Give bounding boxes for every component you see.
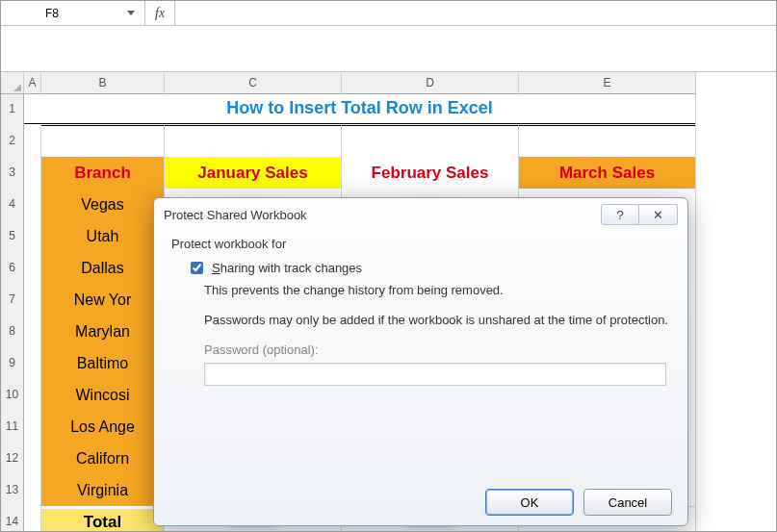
- password-input: [204, 363, 666, 386]
- row-header[interactable]: 13: [1, 474, 24, 507]
- cell[interactable]: [24, 347, 41, 380]
- branch-cell[interactable]: Wincosi: [41, 379, 165, 412]
- fx-icon[interactable]: fx: [155, 6, 165, 21]
- cell[interactable]: [24, 189, 41, 221]
- dialog-body: Protect workbook for Sharing with track …: [154, 231, 687, 479]
- formula-input[interactable]: [175, 1, 776, 25]
- cell[interactable]: [24, 157, 41, 190]
- header-branch[interactable]: Branch: [41, 157, 165, 190]
- cell[interactable]: [24, 443, 41, 475]
- branch-cell[interactable]: Virginia: [41, 474, 165, 507]
- cell[interactable]: [342, 125, 519, 158]
- col-header-B[interactable]: B: [41, 72, 165, 94]
- row-2: 2: [1, 125, 776, 157]
- select-all-corner[interactable]: [1, 72, 24, 94]
- row-1: 1 How to Insert Total Row in Excel: [1, 93, 776, 125]
- dialog-footer: OK Cancel: [154, 479, 687, 525]
- cell[interactable]: [24, 220, 41, 253]
- dialog-description-1: This prevents the change history from be…: [204, 283, 670, 299]
- row-header[interactable]: 12: [1, 443, 24, 475]
- ribbon-gap: [1, 26, 776, 72]
- row-header[interactable]: 4: [1, 189, 24, 221]
- row-header[interactable]: 1: [1, 93, 24, 126]
- row-header[interactable]: 8: [1, 316, 24, 348]
- protect-shared-workbook-dialog: Protect Shared Workbook ? ✕ Protect work…: [153, 197, 688, 526]
- branch-cell[interactable]: Dallas: [41, 252, 165, 285]
- cell[interactable]: [41, 125, 165, 158]
- row-header[interactable]: 5: [1, 220, 24, 253]
- row-header[interactable]: 11: [1, 411, 24, 443]
- col-header-A[interactable]: A: [24, 72, 41, 94]
- help-icon: ?: [616, 208, 623, 222]
- name-box-wrap[interactable]: F8: [1, 1, 145, 25]
- row-header[interactable]: 7: [1, 284, 24, 317]
- sharing-checkbox-label[interactable]: Sharing with track changes: [212, 261, 362, 275]
- cell[interactable]: [24, 284, 41, 317]
- cell[interactable]: [519, 125, 696, 158]
- col-header-D[interactable]: D: [342, 72, 519, 94]
- column-headers: A B C D E: [1, 72, 776, 93]
- cell[interactable]: [24, 411, 41, 443]
- row-header[interactable]: 10: [1, 379, 24, 412]
- row-header[interactable]: 6: [1, 252, 24, 285]
- col-header-C[interactable]: C: [165, 72, 342, 94]
- branch-cell[interactable]: Marylan: [41, 316, 165, 348]
- ok-button[interactable]: OK: [485, 489, 574, 516]
- branch-cell[interactable]: New Yor: [41, 284, 165, 317]
- cell[interactable]: [24, 316, 41, 348]
- dialog-titlebar[interactable]: Protect Shared Workbook ? ✕: [154, 198, 687, 231]
- header-march[interactable]: March Sales: [519, 157, 696, 190]
- row-3-headers: 3 Branch January Sales February Sales Ma…: [1, 157, 776, 189]
- total-label-cell[interactable]: Total: [41, 506, 165, 532]
- help-button[interactable]: ?: [601, 204, 639, 225]
- password-label: Password (optional):: [204, 342, 670, 357]
- branch-cell[interactable]: Utah: [41, 220, 165, 253]
- cell[interactable]: [24, 506, 41, 532]
- name-box-dropdown-icon[interactable]: [127, 11, 135, 15]
- fx-area: fx: [145, 1, 175, 25]
- cell[interactable]: [24, 474, 41, 507]
- row-header[interactable]: 9: [1, 347, 24, 380]
- sharing-checkbox[interactable]: [191, 262, 203, 274]
- row-header[interactable]: 14: [1, 506, 24, 532]
- cell[interactable]: [24, 252, 41, 285]
- cell[interactable]: [24, 125, 41, 158]
- close-button[interactable]: ✕: [639, 204, 678, 225]
- cell[interactable]: [165, 125, 342, 158]
- row-header[interactable]: 2: [1, 125, 24, 158]
- row-header[interactable]: 3: [1, 157, 24, 190]
- name-box: F8: [7, 7, 127, 20]
- branch-cell[interactable]: Baltimo: [41, 347, 165, 380]
- group-label: Protect workbook for: [171, 237, 670, 251]
- branch-cell[interactable]: Vegas: [41, 189, 165, 221]
- dialog-title: Protect Shared Workbook: [164, 208, 601, 222]
- page-title[interactable]: How to Insert Total Row in Excel: [24, 93, 696, 126]
- cancel-button[interactable]: Cancel: [583, 489, 672, 516]
- formula-bar: F8 fx: [1, 1, 776, 26]
- branch-cell[interactable]: Californ: [41, 443, 165, 475]
- close-icon: ✕: [653, 208, 663, 222]
- col-header-E[interactable]: E: [519, 72, 696, 94]
- dialog-description-2: Passwords may only be added if the workb…: [204, 313, 670, 329]
- header-january[interactable]: January Sales: [165, 157, 342, 190]
- header-february[interactable]: February Sales: [342, 157, 519, 190]
- cell[interactable]: [24, 379, 41, 412]
- branch-cell[interactable]: Los Ange: [41, 411, 165, 443]
